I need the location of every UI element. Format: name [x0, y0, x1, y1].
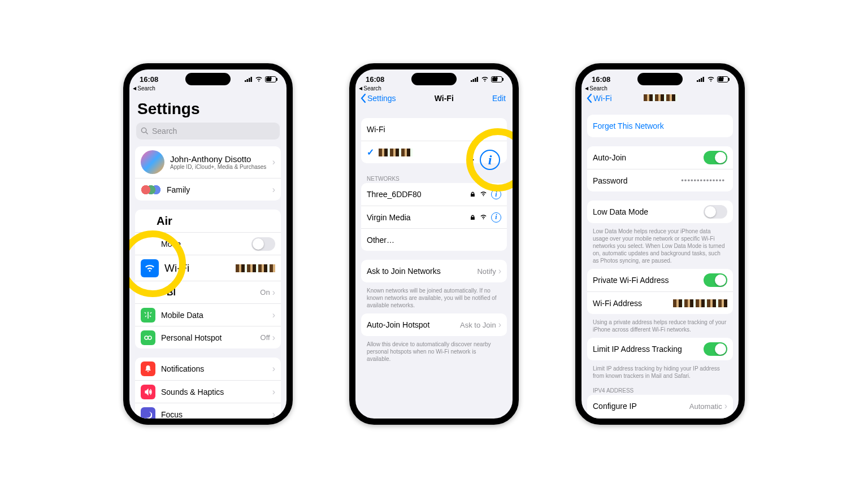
- back-button[interactable]: Wi-Fi: [586, 93, 612, 103]
- net2-name: Virgin Media: [367, 213, 470, 222]
- limit-tracking-row[interactable]: Limit IP Address Tracking: [587, 338, 733, 360]
- lowdata-row[interactable]: Low Data Mode: [587, 201, 733, 223]
- wifi-row[interactable]: Wi-Fi: [135, 255, 281, 281]
- family-row[interactable]: Family ›: [135, 178, 281, 201]
- svg-rect-0: [245, 80, 246, 82]
- svg-rect-2: [249, 78, 250, 82]
- configip-label: Configure IP: [593, 402, 689, 411]
- limit-toggle[interactable]: [704, 342, 727, 356]
- apple-id-row[interactable]: John-Anthony Disotto Apple ID, iCloud+, …: [135, 146, 281, 178]
- cellular-icon: [697, 75, 705, 84]
- wifi-icon: [707, 75, 715, 84]
- moon-icon: [141, 407, 155, 419]
- notifications-row[interactable]: Notifications ›: [135, 358, 281, 380]
- info-icon[interactable]: i: [491, 189, 501, 199]
- hotspot-value: Off: [261, 333, 270, 342]
- svg-rect-9: [471, 80, 472, 82]
- info-icon[interactable]: i: [491, 212, 501, 223]
- configure-ip-row[interactable]: Configure IP Automatic ›: [587, 395, 733, 417]
- bell-icon: [141, 361, 155, 376]
- profile-sub: Apple ID, iCloud+, Media & Purchases: [170, 164, 272, 170]
- airplane-label: Mode: [161, 239, 251, 249]
- airplane-toggle[interactable]: [251, 237, 275, 251]
- network-row-1[interactable]: Three_6DDF80 🔒︎ i: [361, 183, 507, 206]
- lowdata-toggle[interactable]: [704, 205, 727, 219]
- auto-footer: Allow this device to automatically disco…: [355, 338, 513, 367]
- svg-point-6: [145, 336, 148, 339]
- phone-wifi-list: 16:08 Search Settings Wi-Fi Edit Wi-Fi: [349, 63, 519, 425]
- ask-label: Ask to Join Networks: [367, 267, 477, 276]
- autojoin-toggle[interactable]: [704, 151, 727, 164]
- private-toggle[interactable]: [704, 273, 727, 287]
- search-placeholder: Search: [152, 127, 177, 136]
- password-value: ••••••••••••••: [681, 176, 725, 185]
- search-input[interactable]: Search: [136, 123, 280, 140]
- svg-rect-12: [477, 77, 479, 82]
- cursor-icon: [469, 156, 474, 163]
- airplane-mode-row[interactable]: Mode: [135, 232, 281, 255]
- mobile-label: Mobile Data: [161, 311, 272, 320]
- nav-bar: Settings Wi-Fi Edit: [355, 91, 513, 107]
- autojoin-label: Auto-Join: [593, 153, 704, 162]
- forget-network-button[interactable]: Forget This Network: [587, 115, 733, 137]
- wifi-icon: [481, 75, 489, 84]
- wifi-strength-icon: [480, 214, 487, 221]
- status-time: 16:08: [140, 75, 158, 84]
- cellular-icon: [471, 75, 479, 84]
- notch: [185, 73, 231, 85]
- lowdata-label: Low Data Mode: [593, 207, 704, 216]
- bt-value: On: [260, 288, 270, 297]
- svg-rect-11: [475, 78, 476, 82]
- private-addr-row[interactable]: Private Wi-Fi Address: [587, 269, 733, 291]
- svg-point-7: [148, 336, 151, 339]
- wifi-strength-icon: [480, 191, 487, 198]
- bluetooth-partial[interactable]: Bl On ›: [135, 281, 281, 303]
- chevron-right-icon: ›: [724, 401, 727, 411]
- focus-row[interactable]: Focus ›: [135, 403, 281, 419]
- notch: [637, 73, 683, 85]
- svg-point-4: [141, 128, 146, 132]
- ask-value: Notify: [477, 267, 496, 276]
- limit-footer: Limit IP address tracking by hiding your…: [581, 363, 739, 384]
- network-row-2[interactable]: Virgin Media 🔒︎ i: [361, 206, 507, 228]
- wifi-master-row[interactable]: Wi-Fi: [361, 118, 507, 141]
- password-row[interactable]: Password ••••••••••••••: [587, 169, 733, 191]
- svg-rect-16: [703, 77, 705, 82]
- info-icon-big[interactable]: i: [480, 150, 500, 170]
- back-button[interactable]: Settings: [360, 93, 396, 103]
- cellular-icon: [245, 75, 253, 84]
- chevron-right-icon: ›: [272, 409, 275, 419]
- notifications-label: Notifications: [161, 364, 272, 373]
- net1-name: Three_6DDF80: [367, 190, 470, 199]
- wifi-master-label: Wi-Fi: [367, 125, 501, 134]
- auto-join-hotspot-row[interactable]: Auto-Join Hotspot Ask to Join ›: [361, 313, 507, 336]
- family-label: Family: [167, 185, 272, 194]
- sounds-row[interactable]: Sounds & Haptics ›: [135, 380, 281, 403]
- lock-icon: 🔒︎: [470, 214, 476, 221]
- hotspot-label: Personal Hotspot: [161, 333, 261, 342]
- ask-footer: Known networks will be joined automatica…: [355, 285, 513, 313]
- chevron-right-icon: ›: [272, 333, 275, 343]
- other-label: Other…: [367, 236, 501, 245]
- svg-rect-10: [473, 79, 475, 82]
- family-avatars: [141, 183, 161, 197]
- svg-rect-15: [701, 78, 702, 82]
- ask-to-join-row[interactable]: Ask to Join Networks Notify ›: [361, 260, 507, 282]
- wifi-icon: [141, 259, 159, 277]
- wifi-icon: [255, 75, 263, 84]
- chevron-right-icon: ›: [272, 310, 275, 320]
- other-network-row[interactable]: Other…: [361, 228, 507, 251]
- auto-label: Auto-Join Hotspot: [367, 320, 460, 329]
- chevron-right-icon: ›: [272, 364, 275, 374]
- forget-label: Forget This Network: [593, 121, 727, 130]
- autojoin-row[interactable]: Auto-Join: [587, 146, 733, 169]
- page-title: Settings: [129, 91, 287, 123]
- limit-label: Limit IP Address Tracking: [593, 345, 704, 354]
- svg-line-5: [146, 132, 148, 134]
- ip-address-row[interactable]: IP Address: [587, 417, 733, 419]
- hotspot-row[interactable]: Personal Hotspot Off ›: [135, 326, 281, 348]
- wifi-addr-row[interactable]: Wi-Fi Address: [587, 291, 733, 314]
- phone-settings-root: 16:08 Search Settings Search: [123, 63, 293, 425]
- mobile-data-row[interactable]: Mobile Data ›: [135, 303, 281, 326]
- edit-button[interactable]: Edit: [492, 94, 506, 103]
